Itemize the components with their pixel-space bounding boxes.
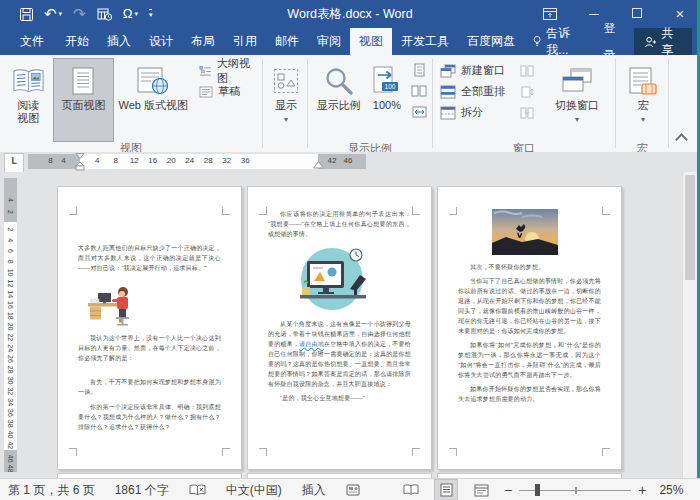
switch-windows-label: 切换窗口 [555,99,599,112]
switch-windows-icon [562,68,592,95]
macros-dropdown-arrow: ▾ [641,113,645,126]
language-status[interactable]: 中文(中国) [226,482,282,499]
word-count-status[interactable]: 1861 个字 [115,482,169,499]
outline-view-button[interactable]: 大纲视图 [196,60,260,81]
page-width-button[interactable] [408,101,430,122]
status-read-mode-icon [403,484,419,496]
share-button[interactable]: 共享 [634,28,692,55]
page3-paragraph-2: 当你写下了自己真心想做的事情时，你必须先将你以前所有说过的话、做过的事放在一边，… [458,276,601,336]
ribbon-tab[interactable]: 布局 [182,28,224,55]
web-layout-button[interactable]: Web 版式视图 [114,58,192,142]
new-window-button[interactable]: 新建窗口 [437,60,508,81]
horizontal-ruler: 84 4812162024283236 4246 [28,154,366,169]
ribbon-tab[interactable]: 邮件 [266,28,308,55]
word-application-window: ↶▾ ↷ Ω▾ ▾ Word表格.docx - Word × 文件 开始插入设计… [0,0,700,500]
crop-mark [69,448,77,456]
ribbon-tab[interactable]: 开发工具 [392,28,458,55]
one-page-button[interactable] [408,59,430,80]
ribbon-tab-bar: 文件 开始插入设计布局引用邮件审阅视图开发工具百度网盘 告诉我... 登录 共享 [0,28,700,55]
split-button[interactable]: 拆分 [437,102,508,123]
ribbon-tab[interactable]: 设计 [140,28,182,55]
ribbon-group-views: 阅读视图 页面视图 Web 版式视图 大纲视图 [0,55,262,152]
page2-paragraph-1: 你应该将你的决定用很简单的句子表达出来：“我想要——”在空格上填上任何你真心想要… [268,209,411,239]
macros-label: 宏 [638,99,649,112]
lightbulb-icon [533,34,541,49]
close-icon: × [676,5,685,22]
document-canvas-area[interactable]: 42 2468101214161820222426283032343638404… [0,172,700,478]
draft-view-icon [199,86,213,98]
draft-view-button[interactable]: 草稿 [196,81,260,102]
vertical-ruler-bottom-margin-numbers: 4648 [7,454,14,472]
switch-windows-dropdown-arrow: ▾ [575,113,579,126]
zoom-button[interactable]: 显示比例 [312,58,366,142]
vertical-ruler: 42 2468101214161820222426283032343638404… [4,178,17,472]
status-read-mode-button[interactable] [400,480,422,500]
show-panel-icon [273,68,299,94]
switch-windows-button[interactable]: 切换窗口 ▾ [542,58,612,142]
crop-mark [222,207,230,215]
outline-view-icon [199,65,212,77]
zoom-slider-thumb[interactable] [535,484,540,496]
ribbon-group-show: 显示 ▾ [263,55,307,152]
arrange-all-button[interactable]: 全部重排 [437,81,508,102]
ribbon: 阅读视图 页面视图 Web 版式视图 大纲视图 [0,55,700,153]
synchronous-scrolling-button[interactable] [516,81,538,102]
zoom-magnifier-icon [324,66,354,96]
proofing-status-button[interactable] [189,484,206,497]
multiple-pages-button[interactable] [408,80,430,101]
ribbon-display-options-button[interactable] [543,8,559,20]
ribbon-tab[interactable]: 百度网盘 [458,28,524,55]
status-print-layout-button[interactable] [434,479,458,500]
draft-view-label: 草稿 [218,84,240,99]
crop-mark [602,448,610,456]
ribbon-display-options-icon [543,8,557,20]
ruler-right-margin-numbers: 4246 [324,156,356,165]
share-label: 共享 [661,25,681,59]
zoom-percentage[interactable]: 25% [659,483,683,497]
document-page-3[interactable]: 其次，不要怀疑你的梦想。 当你写下了自己真心想做的事情时，你必须先将你以前所有说… [437,186,622,470]
ribbon-tab[interactable]: 视图 [350,28,392,55]
page-number-status[interactable]: 第 1 页，共 6 页 [8,482,95,499]
crop-mark [412,207,420,215]
zoom-slider-center-tick [575,487,577,494]
tell-me-box[interactable]: 告诉我... [524,25,593,59]
tab-stop-selector[interactable]: L [4,153,24,173]
zoom-100-button[interactable]: 100 100% [366,58,408,142]
read-mode-button[interactable]: 阅读视图 [4,58,53,142]
right-indent-marker[interactable] [313,161,324,169]
ribbon-tab[interactable]: 插入 [98,28,140,55]
collapse-ribbon-button[interactable] [675,133,688,146]
document-page-2[interactable]: 你应该将你的决定用很简单的句子表达出来：“我想要——”在空格上填上任何你真心想要… [247,186,432,470]
page1-paragraph-4: 你的第一个决定应该非常具体、明确：我到底想要什么？我想成为什么样的人？做什么？拥… [78,402,221,432]
view-side-by-side-icon [520,65,534,77]
ribbon-tab[interactable]: 审阅 [308,28,350,55]
page2-paragraph-3: “是的，我全心全意地想要——” [268,393,411,403]
ribbon-group-zoom: 显示比例 100 100% 显示比例 [308,55,432,152]
zoom-slider[interactable] [519,483,631,497]
reset-window-position-icon [520,107,534,119]
tab-file[interactable]: 文件 [8,28,56,55]
zoom-out-button[interactable]: − [504,480,512,500]
ribbon-tab[interactable]: 引用 [224,28,266,55]
multiple-pages-icon [411,85,427,97]
ribbon-tab[interactable]: 开始 [56,28,98,55]
reset-window-position-button[interactable] [516,102,538,123]
read-mode-label: 阅读视图 [13,99,43,125]
document-page-1[interactable]: 大多数人距离他们的目标只缺少了一个正确的决定，而且对大多数人来说，这个正确的决定… [57,186,242,470]
status-web-layout-button[interactable] [470,480,492,500]
vertical-scrollbar[interactable] [682,172,698,478]
vertical-scrollbar-thumb[interactable] [685,175,695,280]
vertical-ruler-top-margin-numbers: 42 [7,194,14,218]
show-dropdown-button[interactable]: 显示 ▾ [267,58,305,142]
print-layout-button[interactable]: 页面视图 [53,58,115,142]
zoom-in-button[interactable]: + [638,480,646,500]
status-web-layout-icon [474,484,489,497]
macro-recording-button[interactable] [346,484,360,496]
indent-markers[interactable] [75,153,85,171]
share-person-icon [645,35,657,49]
split-label: 拆分 [461,105,483,120]
ribbon-right-edge [669,55,700,152]
view-side-by-side-button[interactable] [516,60,538,81]
macros-button[interactable]: 宏 ▾ [620,58,666,142]
insert-mode-status[interactable]: 插入 [302,482,326,499]
